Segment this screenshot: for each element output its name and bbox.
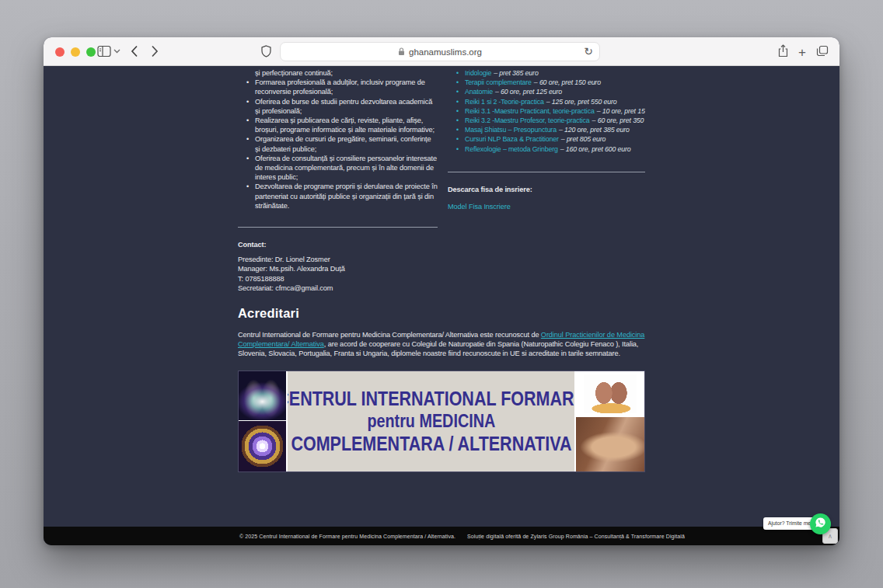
browser-toolbar: ghanamuslims.org ↻ + xyxy=(44,37,839,66)
reload-icon[interactable]: ↻ xyxy=(584,45,593,57)
course-link[interactable]: Masaj Shiatsu – Presopunctura xyxy=(465,126,557,134)
contact-line-phone: T: 0785188888 xyxy=(238,274,438,284)
back-button[interactable] xyxy=(131,45,138,57)
course-link[interactable]: Cursuri NLP Baza & Practitioner xyxy=(465,135,559,143)
course-link[interactable]: Reiki 3.1 -Maestru Practicant, teorie-pr… xyxy=(465,107,595,115)
course-item: Reiki 3.2 -Maestru Profesor, teorie-prac… xyxy=(455,116,645,125)
objectives-column: și perfecționare continuă; Formarea prof… xyxy=(238,68,438,293)
forward-button[interactable] xyxy=(151,45,159,57)
banner-image-mandala xyxy=(239,421,286,471)
banner-image-massage-hands xyxy=(576,417,644,471)
chevron-up-icon: ∧ xyxy=(828,533,832,540)
course-price: – 125 ore, pret 550 euro xyxy=(546,98,617,106)
objective-item: Dezvoltarea de programe proprii și derul… xyxy=(245,182,438,210)
center-banner: CENTRUL INTERNATIONAL FORMARE pentru MED… xyxy=(238,371,645,472)
accreditation-paragraph: Centrul International de Formare pentru … xyxy=(238,330,645,359)
contact-line-manager: Manager: Ms.psih. Alexandra Duță xyxy=(238,264,438,273)
enrollment-form-link[interactable]: Model Fisa Inscriere xyxy=(448,202,511,211)
contact-section: Contact: Presedinte: Dr. Lionel Zosmer M… xyxy=(238,240,438,293)
banner-title-line2: pentru MEDICINA xyxy=(367,410,495,432)
contact-heading: Contact: xyxy=(238,240,438,249)
sidebar-toggle-icon[interactable] xyxy=(97,45,111,57)
course-link[interactable]: Reflexologie – metoda Grinberg xyxy=(465,145,558,153)
browser-window: ghanamuslims.org ↻ + xyxy=(44,37,839,545)
course-link[interactable]: Reiki 3.2 -Maestru Profesor, teorie-prac… xyxy=(465,117,590,124)
sidebar-chevron-down-icon[interactable] xyxy=(113,49,120,54)
course-link[interactable]: Iridologie xyxy=(465,69,491,77)
minimize-window-button[interactable] xyxy=(71,47,80,57)
course-link[interactable]: Anatomie xyxy=(465,88,493,96)
tab-overview-icon[interactable] xyxy=(816,45,829,60)
courses-list: Iridologie– pret 385 euro Terapii comple… xyxy=(448,68,645,154)
close-window-button[interactable] xyxy=(55,47,65,57)
traffic-lights xyxy=(55,47,96,57)
new-tab-icon[interactable]: + xyxy=(798,46,806,60)
objective-continuation: și perfecționare continuă; xyxy=(238,68,438,78)
banner-image-energy-hands xyxy=(239,371,286,421)
share-icon[interactable] xyxy=(778,44,788,61)
course-price: – 60 ore, pret 125 euro xyxy=(495,88,562,96)
course-link[interactable]: Reiki 1 si 2 -Teorie-practica xyxy=(465,98,544,106)
course-price: – 120 ore, pret 385 euro xyxy=(559,126,630,134)
objectives-list: Formarea profesională a adulților, inclu… xyxy=(238,78,438,210)
accreditation-text-before: Centrul International de Formare pentru … xyxy=(238,331,541,339)
privacy-shield-icon[interactable] xyxy=(261,45,271,57)
page-content: și perfecționare continuă; Formarea prof… xyxy=(44,66,839,527)
objective-item: Oferirea de burse de studii pentru dezvo… xyxy=(245,97,438,116)
course-item: Reflexologie – metoda Grinberg– 160 ore,… xyxy=(455,144,645,154)
course-price: – 10 ore, pret 150 euro xyxy=(597,107,645,115)
course-price: – pret 385 euro xyxy=(494,69,538,77)
course-price: – 60 ore, pret 350 euro xyxy=(592,117,645,124)
course-price: – 60 ore, pret 150 euro xyxy=(534,78,601,86)
objective-item: Formarea profesională a adulților, inclu… xyxy=(245,78,438,96)
course-item: Cursuri NLP Baza & Practitioner– pret 80… xyxy=(455,134,645,144)
left-column-divider xyxy=(238,227,438,228)
zoom-window-button[interactable] xyxy=(86,47,96,57)
course-price: – pret 805 euro xyxy=(561,135,606,143)
objective-item: Oferirea de consultanță și consiliere pe… xyxy=(245,154,438,183)
accreditation-title: Acreditari xyxy=(238,306,645,321)
course-price: – 160 ore, pret 600 euro xyxy=(560,145,631,153)
whatsapp-button[interactable] xyxy=(810,513,831,534)
whatsapp-icon xyxy=(814,516,827,532)
courses-column: Iridologie– pret 385 euro Terapii comple… xyxy=(448,68,645,293)
objective-item: Realizarea și publicarea de cărți, revis… xyxy=(245,116,438,134)
banner-title-panel: CENTRUL INTERNATIONAL FORMARE pentru MED… xyxy=(286,371,576,471)
course-item: Terapii complementare– 60 ore, pret 150 … xyxy=(455,78,645,87)
banner-title-line1: CENTRUL INTERNATIONAL FORMARE xyxy=(286,387,576,411)
download-heading: Descarca fisa de insriere: xyxy=(448,185,645,194)
objective-item: Organizarea de cursuri de pregătire, sem… xyxy=(245,134,438,153)
address-bar[interactable]: ghanamuslims.org ↻ xyxy=(280,42,600,61)
contact-line-email: Secretariat: cfmca@gmail.com xyxy=(238,284,438,293)
banner-title-line3: COMPLEMENTARA / ALTERNATIVA xyxy=(291,432,571,456)
course-item: Anatomie– 60 ore, pret 125 euro xyxy=(455,87,645,96)
footer-credit: Soluție digitală oferită de Zylaris Grou… xyxy=(467,534,685,539)
site-footer: © 2025 Centrul International de Formare … xyxy=(44,527,839,545)
course-item: Reiki 1 si 2 -Teorie-practica– 125 ore, … xyxy=(455,97,645,106)
banner-image-reflexology-feet xyxy=(576,371,644,417)
course-item: Iridologie– pret 385 euro xyxy=(455,68,645,78)
course-item: Masaj Shiatsu – Presopunctura– 120 ore, … xyxy=(455,125,645,134)
footer-copyright: © 2025 Centrul International de Formare … xyxy=(239,534,455,539)
right-column-divider xyxy=(448,172,645,172)
course-link[interactable]: Terapii complementare xyxy=(465,78,532,86)
url-text: ghanamuslims.org xyxy=(409,47,482,57)
contact-line-president: Presedinte: Dr. Lionel Zosmer xyxy=(238,255,438,264)
course-item: Reiki 3.1 -Maestru Practicant, teorie-pr… xyxy=(455,106,645,116)
lock-icon xyxy=(398,45,405,59)
